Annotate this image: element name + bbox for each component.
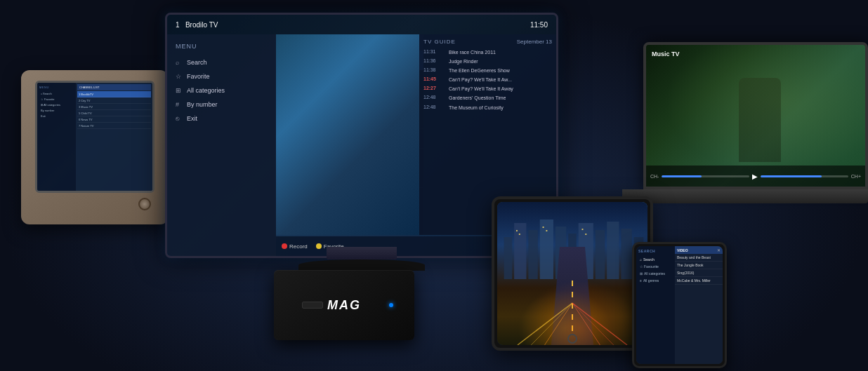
old-tv-menu: MENU ⌕ Search ☆ Favorite ⊞ All categorie… xyxy=(37,83,76,191)
phone-content-title: VIDEO xyxy=(677,248,688,252)
tv-menu-panel: MENU ⌕ Search ☆ Favorite ⊞ All categorie… xyxy=(167,34,276,256)
old-tv-channel-list: CHANNEL LIST 1 BrodiloTV 2 City TV 3 Mus… xyxy=(76,83,152,191)
phone-close-button[interactable]: ✕ xyxy=(717,248,721,252)
phone-menu-search[interactable]: ⌕ Search xyxy=(638,256,673,263)
search-icon-small: ⌕ xyxy=(640,257,642,262)
laptop-progress-fill xyxy=(662,175,701,177)
guide-time-3: 11:38 xyxy=(423,67,445,72)
tv-menu-exit-label: Exit xyxy=(187,115,197,122)
tablet-body xyxy=(492,196,653,351)
laptop-ch-prev[interactable]: CH- xyxy=(650,174,659,179)
guide-item-6: 12:48 Gardeners' Question Time xyxy=(423,95,552,101)
phone-menu-panel: SEARCH ⌕ Search ☆ Favourite ⊞ All catego… xyxy=(636,246,675,364)
record-label: Record xyxy=(289,243,308,250)
tv-time: 11:50 xyxy=(530,21,548,29)
old-tv-menu-exit: Exit xyxy=(39,113,74,119)
phone-content-item-1[interactable]: Beauty and the Beast xyxy=(675,254,723,262)
phone-item-name-2: The Jungle Book xyxy=(677,263,721,267)
guide-item-3: 11:38 The Ellen DeGeneres Show xyxy=(423,67,552,74)
guide-time-5: 12:27 xyxy=(423,86,445,90)
guide-time-2: 11:36 xyxy=(423,58,445,63)
tv-menu-search[interactable]: ⌕ Search xyxy=(167,55,276,69)
tv-menu-title: MENU xyxy=(167,40,276,55)
tv-guide-title: TV GUIDE xyxy=(423,39,456,45)
search-icon: ⌕ xyxy=(176,59,183,66)
old-tv-channel-item-4: 5 Child TV xyxy=(77,110,151,116)
svg-rect-14 xyxy=(546,230,547,231)
star-icon-small: ☆ xyxy=(640,264,643,269)
old-tv-screen-content: MENU ⌕ Search ☆ Favorite ⊞ All categorie… xyxy=(37,83,152,191)
mag-box-usb-port xyxy=(302,302,323,309)
tv-menu-favorite[interactable]: ☆ Favorite xyxy=(167,69,276,83)
phone-content-header: VIDEO ✕ xyxy=(675,246,723,254)
old-tv-channel-item-6: 7 Nature TV xyxy=(77,123,151,129)
phone-content-item-3[interactable]: Sing(2016) xyxy=(675,269,723,277)
tv-guide-header: TV GUIDE September 13 xyxy=(423,39,552,45)
phone-cat-label: All categories xyxy=(644,271,665,276)
guide-item-1: 11:31 Bike race China 2011 xyxy=(423,49,552,55)
old-tv-menu-search: ⌕ Search xyxy=(39,90,74,96)
laptop-progress-bar xyxy=(662,175,749,177)
phone-content-item-2[interactable]: The Jungle Book xyxy=(675,262,723,269)
phone-ui: SEARCH ⌕ Search ☆ Favourite ⊞ All catego… xyxy=(636,246,723,364)
list-icon-small: ≡ xyxy=(640,278,642,283)
guide-show-2: Judge Rinder xyxy=(449,58,552,65)
phone-content-item-4[interactable]: McCabe & Mrs. Miller xyxy=(675,277,723,285)
old-tv-body: MENU ⌕ Search ☆ Favorite ⊞ All categorie… xyxy=(21,70,169,224)
tv-menu-by-number[interactable]: # By number xyxy=(167,97,276,112)
guide-item-5: 12:27 Can't Pay? We'll Take It Away xyxy=(423,86,552,92)
tablet-home-button[interactable] xyxy=(567,334,577,344)
laptop-overlay-ui: CH- ▶ CH+ xyxy=(646,166,865,187)
laptop-ch-next[interactable]: CH+ xyxy=(851,174,861,179)
phone-item-name-4: McCabe & Mrs. Miller xyxy=(677,278,721,283)
tv-channel-name: 1 Brodilo TV xyxy=(176,21,218,29)
laptop-channel-label: Music TV xyxy=(652,50,680,58)
old-tv: MENU ⌕ Search ☆ Favorite ⊞ All categorie… xyxy=(21,70,169,224)
old-tv-channel-list-header: CHANNEL LIST xyxy=(77,84,151,90)
door-icon: ⎋ xyxy=(176,115,183,122)
guide-show-7: The Museum of Curiosity xyxy=(449,104,552,111)
mag-box-led xyxy=(389,303,393,307)
tv-menu-cat-label: All categories xyxy=(187,87,225,94)
phone-item-name-3: Sing(2016) xyxy=(677,271,721,275)
old-tv-menu-num: By number xyxy=(39,107,74,113)
guide-item-7: 12:48 The Museum of Curiosity xyxy=(423,104,552,111)
laptop-screen-outer: CH- ▶ CH+ Music TV xyxy=(643,42,868,189)
tv-menu-exit[interactable]: ⎋ Exit xyxy=(167,112,276,126)
old-tv-ui: MENU ⌕ Search ☆ Favorite ⊞ All categorie… xyxy=(37,83,152,191)
tv-landscape xyxy=(276,34,419,235)
old-tv-menu-title: MENU xyxy=(39,86,74,89)
tv-menu-all-categories[interactable]: ⊞ All categories xyxy=(167,83,276,97)
svg-rect-13 xyxy=(543,227,544,228)
guide-item-4: 11:45 Can't Pay? We'll Take It Aw... xyxy=(423,76,552,83)
laptop-play-button[interactable]: ▶ xyxy=(752,173,758,180)
favorite-dot-icon xyxy=(316,243,322,249)
guide-show-3: The Ellen DeGeneres Show xyxy=(449,67,552,74)
guide-show-6: Gardeners' Question Time xyxy=(449,95,552,101)
guide-show-5: Can't Pay? We'll Take It Away xyxy=(449,86,552,92)
tablet xyxy=(492,196,653,351)
phone-menu-header: SEARCH xyxy=(638,249,673,253)
hash-icon: # xyxy=(176,101,183,108)
mag-box-body: MAG xyxy=(274,270,414,340)
laptop-base xyxy=(622,189,868,203)
old-tv-menu-cat: ⊞ All categories xyxy=(39,102,74,107)
star-icon: ☆ xyxy=(176,73,183,80)
old-tv-channel-item-2: 2 City TV xyxy=(77,97,151,104)
tv-menu-num-label: By number xyxy=(187,101,218,108)
phone-search-label: Search xyxy=(643,257,655,262)
svg-line-21 xyxy=(572,303,614,345)
tv-guide-date: September 13 xyxy=(517,39,552,45)
phone: SEARCH ⌕ Search ☆ Favourite ⊞ All catego… xyxy=(632,242,727,368)
phone-menu-all-categories[interactable]: ⊞ All categories xyxy=(638,270,673,277)
phone-item-name-1: Beauty and the Beast xyxy=(677,255,721,259)
guide-time-4: 11:45 xyxy=(423,76,445,81)
phone-menu-all-genres[interactable]: ≡ All genres xyxy=(638,277,673,284)
record-button[interactable]: Record xyxy=(282,243,308,250)
guide-show-1: Bike race China 2011 xyxy=(449,49,552,55)
laptop: CH- ▶ CH+ Music TV xyxy=(622,42,868,238)
phone-menu-favourite[interactable]: ☆ Favourite xyxy=(638,263,673,270)
guide-time-6: 12:48 xyxy=(423,95,445,100)
tv-stand xyxy=(327,247,397,259)
tv-channel-label: Brodilo TV xyxy=(185,21,218,29)
